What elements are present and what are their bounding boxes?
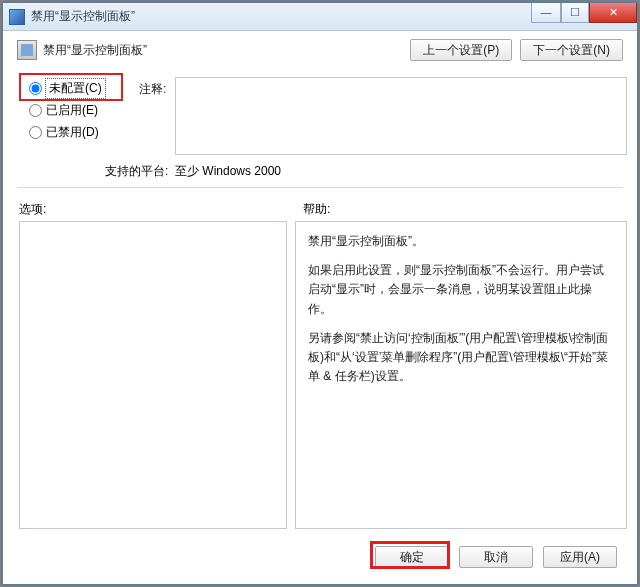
radio-disabled-label: 已禁用(D)	[46, 124, 99, 141]
policy-title: 禁用“显示控制面板”	[43, 42, 410, 59]
footer: 确定 取消 应用(A)	[9, 536, 631, 578]
prev-setting-button[interactable]: 上一个设置(P)	[410, 39, 512, 61]
help-paragraph: 如果启用此设置，则“显示控制面板”不会运行。用户尝试启动“显示”时，会显示一条消…	[308, 261, 614, 319]
platform-value: 至少 Windows 2000	[175, 163, 281, 180]
apply-button[interactable]: 应用(A)	[543, 546, 617, 568]
separator	[17, 187, 623, 188]
nav-buttons: 上一个设置(P) 下一个设置(N)	[410, 39, 623, 61]
dialog-window: 禁用“显示控制面板” — ☐ ✕ 禁用“显示控制面板” 上一个设置(P) 下一个…	[2, 2, 638, 585]
state-radio-group: 未配置(C) 已启用(E) 已禁用(D)	[23, 77, 123, 143]
close-button[interactable]: ✕	[589, 3, 637, 23]
help-paragraph: 禁用“显示控制面板”。	[308, 232, 614, 251]
header-row: 禁用“显示控制面板” 上一个设置(P) 下一个设置(N)	[9, 33, 631, 61]
options-box	[19, 221, 287, 529]
radio-not-configured[interactable]: 未配置(C)	[23, 77, 123, 99]
window-controls: — ☐ ✕	[531, 3, 637, 23]
help-paragraph: 另请参阅“禁止访问‘控制面板’”(用户配置\管理模板\控制面板)和“从‘设置’菜…	[308, 329, 614, 387]
cancel-button[interactable]: 取消	[459, 546, 533, 568]
radio-not-configured-input[interactable]	[29, 82, 42, 95]
client-area: 禁用“显示控制面板” 上一个设置(P) 下一个设置(N) 未配置(C) 已启用(…	[9, 33, 631, 578]
platform-label: 支持的平台:	[105, 163, 168, 180]
options-label: 选项:	[19, 201, 46, 218]
policy-icon	[17, 40, 37, 60]
minimize-button[interactable]: —	[531, 3, 561, 23]
next-setting-button[interactable]: 下一个设置(N)	[520, 39, 623, 61]
radio-enabled-input[interactable]	[29, 104, 42, 117]
radio-enabled[interactable]: 已启用(E)	[23, 99, 123, 121]
help-label: 帮助:	[303, 201, 330, 218]
radio-enabled-label: 已启用(E)	[46, 102, 98, 119]
window-title: 禁用“显示控制面板”	[31, 8, 531, 25]
help-box: 禁用“显示控制面板”。 如果启用此设置，则“显示控制面板”不会运行。用户尝试启动…	[295, 221, 627, 529]
radio-not-configured-label: 未配置(C)	[46, 79, 105, 98]
comment-textarea[interactable]	[175, 77, 627, 155]
radio-disabled-input[interactable]	[29, 126, 42, 139]
ok-button[interactable]: 确定	[375, 546, 449, 568]
titlebar[interactable]: 禁用“显示控制面板” — ☐ ✕	[3, 3, 637, 31]
app-icon	[9, 9, 25, 25]
maximize-button[interactable]: ☐	[561, 3, 589, 23]
radio-disabled[interactable]: 已禁用(D)	[23, 121, 123, 143]
comment-label: 注释:	[139, 81, 166, 98]
